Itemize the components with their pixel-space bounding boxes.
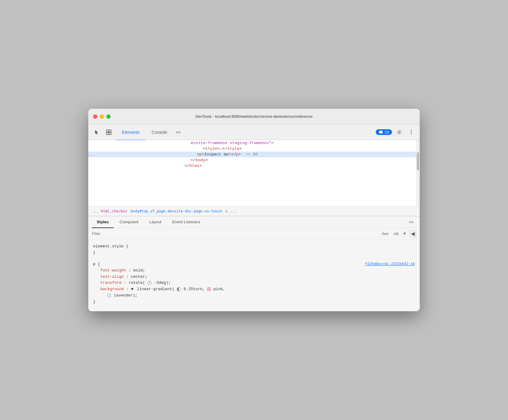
text-align-declaration: text-align : center;	[93, 274, 415, 280]
element-tag: body	[196, 158, 205, 162]
svg-point-7	[411, 132, 412, 133]
svg-point-8	[411, 133, 412, 134]
p-rule: p { f429d9ecc6c…2232b642:16 font-weight …	[93, 259, 415, 305]
element-style-close: }	[93, 250, 415, 256]
element-tag: p	[199, 152, 202, 157]
notifications-badge[interactable]: 15	[376, 129, 392, 135]
element-style-rule: element.style { }	[93, 243, 415, 256]
element-text: >	[238, 152, 241, 157]
element-id-indicator: == $0	[246, 152, 258, 157]
cursor-icon-button[interactable]	[92, 127, 102, 137]
elements-scrollbar-thumb[interactable]	[417, 152, 419, 170]
breadcrumb-bar: ... html.checkov body#top_of_page.devsit…	[88, 206, 420, 216]
maximize-button[interactable]	[106, 114, 111, 119]
more-tabs-chevron[interactable]: >>	[173, 130, 183, 135]
element-tag: p	[236, 152, 238, 157]
element-text: </	[191, 158, 196, 162]
element-text: >	[202, 152, 204, 157]
css-content: element.style { } p { f429d9ecc6c…2232b6…	[88, 240, 420, 311]
element-tag: html	[190, 164, 199, 168]
inspect-icon-button[interactable]	[104, 127, 114, 137]
element-text: >	[205, 158, 208, 162]
elements-panel: evsite-framebox staging-framebox"> <styl…	[88, 140, 420, 206]
element-dots: ...	[88, 152, 96, 157]
breadcrumb-html[interactable]: html.checkov	[101, 209, 127, 213]
gear-icon	[396, 129, 402, 135]
hov-button[interactable]: :hov	[380, 231, 390, 237]
svg-rect-1	[109, 130, 111, 132]
element-text: <	[197, 152, 199, 157]
cls-button[interactable]: .cls	[392, 231, 400, 237]
settings-button[interactable]	[394, 127, 404, 137]
svg-rect-4	[379, 131, 383, 133]
filter-bar: :hov .cls + ◀	[88, 228, 420, 240]
devtools-toolbar: Elements Console >> 15	[88, 124, 420, 140]
filter-input[interactable]	[92, 231, 378, 236]
pink-color-swatch[interactable]	[207, 287, 211, 291]
rotate-icon[interactable]	[147, 281, 152, 285]
main-tabs: Elements Console >>	[116, 124, 373, 140]
tab-elements[interactable]: Elements	[116, 125, 146, 140]
toolbar-right: 15	[376, 127, 416, 137]
element-style-selector: element.style {	[93, 243, 415, 250]
element-text: <	[203, 146, 205, 151]
elements-row[interactable]: <style>…</style>	[88, 146, 420, 152]
background-declaration: background : linear-gradient( 0.25turn, …	[93, 286, 415, 293]
tab-layout[interactable]: Layout	[144, 217, 166, 228]
elements-row[interactable]: </html>	[88, 163, 420, 169]
message-icon	[379, 130, 383, 134]
p-selector: p {	[93, 261, 100, 268]
svg-point-5	[398, 131, 400, 133]
breadcrumb-more[interactable]: ...	[230, 209, 237, 213]
element-text: evsite-framebox staging-framebox">	[191, 141, 274, 145]
close-button[interactable]	[93, 114, 97, 119]
title-bar: DevTools - localhost:8080/web/tools/chro…	[88, 109, 420, 124]
devtools-window: DevTools - localhost:8080/web/tools/chro…	[88, 109, 420, 311]
svg-rect-0	[106, 130, 108, 132]
element-text: style	[205, 146, 218, 151]
more-options-button[interactable]	[406, 127, 416, 137]
element-text: style	[227, 146, 240, 151]
sub-tabs: Styles Computed Layout Event Listeners >…	[88, 216, 420, 228]
element-text: >…</	[218, 146, 227, 151]
bottom-panel: Styles Computed Layout Event Listeners >…	[88, 216, 420, 311]
svg-point-6	[411, 130, 412, 131]
add-rule-button[interactable]: +	[402, 230, 408, 238]
more-sub-tabs-chevron[interactable]: >>	[406, 220, 416, 224]
element-text: >	[240, 146, 242, 151]
source-link[interactable]: f429d9ecc6c…2232b642:16	[365, 262, 415, 267]
elements-scrollbar[interactable]	[416, 140, 420, 206]
window-title: DevTools - localhost:8080/web/tools/chro…	[88, 114, 420, 119]
tab-computed[interactable]: Computed	[115, 217, 143, 228]
tab-styles[interactable]: Styles	[92, 217, 114, 228]
elements-row[interactable]: </body>	[88, 157, 420, 163]
p-rule-close: }	[93, 299, 415, 305]
breadcrumb-dots[interactable]: ...	[92, 209, 99, 213]
lavender-color-swatch[interactable]	[108, 294, 111, 297]
sidebar-toggle-button[interactable]: ◀	[409, 230, 416, 237]
svg-rect-2	[106, 133, 108, 135]
element-content: Inspect me!	[204, 152, 231, 157]
breadcrumb-body[interactable]: body#top_of_page.devsite-doc-page.no-tou…	[130, 209, 222, 213]
element-text: </	[185, 164, 190, 168]
expand-triangle-icon[interactable]	[131, 288, 134, 290]
p-rule-header: p { f429d9ecc6c…2232b642:16	[93, 261, 415, 268]
tab-console[interactable]: Console	[146, 125, 173, 140]
breadcrumb-c[interactable]: c	[226, 209, 228, 213]
selected-element-row[interactable]: ... <p>Inspect me!</p> == $0	[88, 152, 420, 157]
svg-rect-3	[109, 133, 111, 135]
font-weight-declaration: font-weight : bold;	[93, 268, 415, 274]
background-continuation: lavender);	[93, 293, 415, 299]
element-text: </	[231, 152, 236, 157]
element-text: >	[199, 164, 202, 168]
badge-count: 15	[385, 130, 389, 134]
traffic-lights	[93, 114, 111, 119]
tab-event-listeners[interactable]: Event Listeners	[168, 217, 205, 228]
elements-row[interactable]: evsite-framebox staging-framebox">	[88, 140, 420, 146]
gradient-icon[interactable]	[177, 287, 181, 291]
minimize-button[interactable]	[100, 114, 104, 119]
transform-declaration: transform : rotate( -5deg);	[93, 280, 415, 286]
filter-actions: :hov .cls + ◀	[380, 230, 416, 238]
three-dots-icon	[411, 130, 412, 135]
